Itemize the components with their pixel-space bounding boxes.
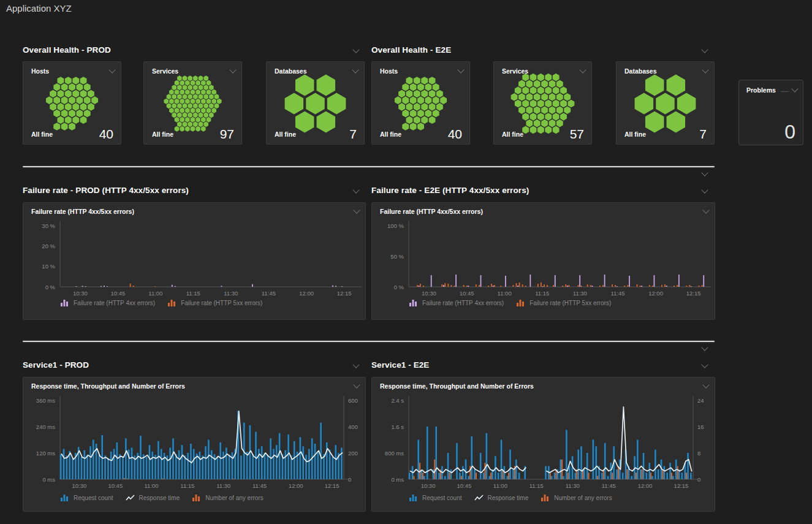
hex-grid bbox=[144, 73, 241, 134]
chevron-down-icon[interactable] bbox=[457, 66, 464, 73]
bar-series-icon bbox=[167, 300, 177, 306]
x-tick-label: 12:15 bbox=[680, 290, 707, 297]
entity-count: 7 bbox=[349, 127, 357, 140]
hex-grid-canvas bbox=[267, 73, 364, 134]
status-text: All fine bbox=[31, 131, 53, 140]
x-tick-label: 12:00 bbox=[642, 290, 669, 297]
hex-grid-canvas bbox=[617, 73, 714, 134]
section-title: Service1 - PROD bbox=[23, 360, 89, 370]
x-tick-label: 11:45 bbox=[604, 290, 631, 297]
series-failure-rate-http-5xx-errors- bbox=[130, 284, 156, 287]
hex-grid bbox=[494, 73, 591, 134]
x-tick-label: 12:00 bbox=[293, 290, 320, 297]
entity-count: 7 bbox=[699, 127, 707, 140]
x-tick-label: 10:45 bbox=[453, 290, 480, 297]
chevron-down-icon[interactable] bbox=[791, 85, 798, 92]
x-tick-label: 11:15 bbox=[523, 483, 550, 489]
y-axis-label-right: 200 bbox=[348, 450, 358, 457]
x-tick-label: 11:45 bbox=[595, 483, 622, 489]
chart-canvas bbox=[23, 378, 365, 511]
chevron-down-icon[interactable] bbox=[701, 361, 708, 368]
y-axis-label-right: 400 bbox=[348, 424, 358, 430]
entity-count: 97 bbox=[220, 127, 234, 140]
y-axis-label: 0 % bbox=[372, 284, 404, 290]
chevron-down-icon[interactable] bbox=[352, 186, 359, 193]
legend-item[interactable]: Response time bbox=[126, 495, 180, 501]
x-tick-label: 11:30 bbox=[210, 483, 237, 489]
line-series-icon bbox=[126, 495, 135, 501]
legend-label: Number of any errors bbox=[205, 495, 263, 501]
problems-count: 0 bbox=[784, 121, 795, 143]
series-failure-rate-http-5xx-errors- bbox=[417, 283, 703, 287]
series-response-time-line bbox=[410, 407, 691, 473]
chevron-down-icon[interactable] bbox=[702, 66, 708, 73]
x-tick-label: 12:15 bbox=[668, 483, 695, 489]
legend-item[interactable]: Request count bbox=[60, 495, 113, 501]
section-header-service1-prod: Service1 - PROD bbox=[23, 359, 359, 370]
bar-series-icon bbox=[409, 300, 419, 306]
hex-grid-canvas bbox=[494, 73, 591, 134]
legend-item[interactable]: Response time bbox=[474, 495, 529, 501]
line-series-icon bbox=[474, 495, 484, 501]
x-tick-label: 10:30 bbox=[415, 290, 442, 297]
x-tick-label: 11:30 bbox=[559, 483, 586, 489]
problems-tile[interactable]: Problems 0 bbox=[738, 80, 803, 145]
x-tick-label: 12:00 bbox=[283, 483, 309, 489]
hex-grid-canvas bbox=[144, 73, 241, 134]
chevron-down-icon[interactable] bbox=[108, 66, 115, 73]
health-tile-hosts-e2e[interactable]: Hosts All fine40 bbox=[371, 61, 470, 145]
y-axis-label-right: 600 bbox=[348, 398, 358, 404]
health-tile-databases-e2e[interactable]: Databases All fine7 bbox=[616, 61, 715, 145]
health-tile-hosts-prod[interactable]: Hosts All fine40 bbox=[23, 61, 121, 145]
chevron-down-icon[interactable] bbox=[229, 66, 236, 73]
legend-label: Number of any errors bbox=[554, 495, 612, 501]
chevron-down-icon[interactable] bbox=[701, 186, 708, 193]
legend-item[interactable]: Number of any errors bbox=[192, 495, 263, 501]
y-axis-label: 100 % bbox=[372, 223, 404, 229]
failure-rate-prod-chart[interactable]: Failure rate (HTTP 4xx/5xx errors) 30 %2… bbox=[23, 202, 366, 320]
chart-legend: Failure rate (HTTP 4xx errors)Failure ra… bbox=[409, 300, 611, 306]
legend-item[interactable]: Number of any errors bbox=[541, 495, 612, 501]
section-divider bbox=[23, 166, 715, 167]
x-tick-label: 11:45 bbox=[255, 290, 282, 297]
section-divider bbox=[23, 341, 715, 342]
x-tick-label: 11:15 bbox=[529, 290, 556, 297]
service1-e2e-chart[interactable]: Response time, Throughput and Number of … bbox=[371, 377, 715, 512]
health-tile-databases-prod[interactable]: Databases All fine7 bbox=[266, 61, 365, 145]
section-header-overall-health-prod: Overall Health - PROD bbox=[23, 44, 359, 55]
chevron-down-icon[interactable] bbox=[579, 66, 586, 73]
chevron-down-icon[interactable] bbox=[352, 66, 359, 73]
x-tick-label: 11:30 bbox=[566, 290, 593, 297]
service1-prod-chart[interactable]: Response time, Throughput and Number of … bbox=[23, 377, 366, 512]
health-tile-services-prod[interactable]: Services All fine97 bbox=[143, 61, 242, 145]
chevron-down-icon[interactable] bbox=[352, 46, 359, 53]
y-axis-label-right: 8 bbox=[697, 450, 700, 457]
legend-item[interactable]: Failure rate (HTTP 5xx errors) bbox=[516, 300, 611, 306]
y-axis-label: 120 ms bbox=[23, 450, 55, 457]
legend-item[interactable]: Failure rate (HTTP 5xx errors) bbox=[167, 300, 262, 306]
legend-item[interactable]: Request count bbox=[409, 495, 462, 501]
series-request-count bbox=[409, 427, 692, 479]
y-axis-label: 20 % bbox=[23, 243, 55, 249]
legend-label: Failure rate (HTTP 4xx errors) bbox=[74, 300, 155, 306]
y-axis-label: 1.6 s bbox=[372, 424, 404, 430]
chevron-down-icon[interactable] bbox=[701, 344, 708, 351]
section-title: Failure rate - E2E (HTTP 4xx/5xx errors) bbox=[371, 186, 529, 195]
failure-rate-e2e-chart[interactable]: Failure rate (HTTP 4xx/5xx errors) 100 %… bbox=[371, 202, 715, 320]
chart-legend: Request countResponse timeNumber of any … bbox=[60, 495, 264, 501]
status-text: All fine bbox=[275, 131, 296, 140]
legend-item[interactable]: Failure rate (HTTP 4xx errors) bbox=[60, 300, 155, 306]
problems-sparkline-placeholder bbox=[781, 91, 789, 92]
legend-label: Request count bbox=[74, 495, 113, 501]
x-tick-label: 10:30 bbox=[415, 483, 442, 489]
chevron-down-icon[interactable] bbox=[701, 46, 708, 53]
chevron-down-icon[interactable] bbox=[352, 361, 359, 368]
hex-grid bbox=[617, 73, 714, 134]
chart-plot-area: 2.4 s1.6 s800 ms0 ms24168010:3010:4511:0… bbox=[372, 378, 715, 511]
health-tile-services-e2e[interactable]: Services All fine57 bbox=[493, 61, 592, 145]
x-tick-label: 11:15 bbox=[174, 483, 201, 489]
legend-item[interactable]: Failure rate (HTTP 4xx errors) bbox=[409, 300, 504, 306]
y-axis-label-right: 24 bbox=[697, 398, 704, 404]
chart-canvas bbox=[372, 378, 715, 511]
chevron-down-icon[interactable] bbox=[701, 169, 708, 176]
